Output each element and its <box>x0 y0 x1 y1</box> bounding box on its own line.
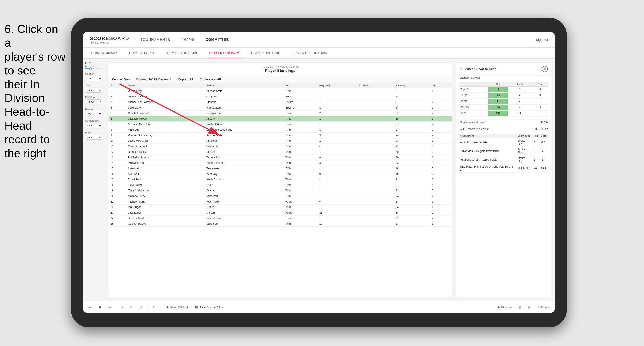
table-row[interactable]: 15 Jake Hall Tennessee Fifth 1 18 0 <box>109 166 452 171</box>
nav-teams[interactable]: TEAMS <box>181 38 194 42</box>
table-row[interactable]: 22 Ian Gilligan Florida Third 10 24 1 <box>109 204 452 210</box>
table-row[interactable]: 14 Maxwell Ford North Carolina Third 3 2… <box>109 160 452 166</box>
h2h-cell-tie: 5 <box>532 93 549 99</box>
division-filter-select[interactable]: NCAA Division I <box>85 100 102 104</box>
table-row[interactable]: 18 Luke Powell UCLA First 1 24 1 <box>109 182 452 188</box>
tour-col-pos: Pos <box>532 134 540 138</box>
cell-rank: 15 <box>109 166 126 171</box>
toolbar-sep-3 <box>161 305 161 310</box>
tour-cell-pos: 4 <box>532 138 540 147</box>
region-filter-group: Region N/a <box>85 108 103 116</box>
cell-year: Third <box>284 188 318 193</box>
conference-filter-select[interactable]: (All) <box>85 123 102 128</box>
table-row[interactable]: 16 Alex Goff Kentucky Fifth 8 19 0 <box>109 171 452 177</box>
table-row[interactable]: 2 Michael La Sasso Ole Miss Second 1 18 … <box>109 94 452 100</box>
table-row[interactable]: 19 Tiger Christensen Arizona Third 8 23 … <box>109 188 452 193</box>
cell-conf-rank <box>358 111 394 116</box>
col-school: School <box>205 83 284 88</box>
no-rds-slider[interactable] <box>85 68 103 69</box>
cell-win: 2 <box>430 193 452 199</box>
cell-school: Ole Miss <box>205 94 284 100</box>
cell-school: Texas A&M <box>205 155 284 160</box>
cell-player-name: Michael La Sasso <box>126 94 205 100</box>
cell-win: 0 <box>430 166 452 171</box>
cell-reg-rank: 6 <box>318 199 358 204</box>
table-row[interactable]: 12 Brendan Valles Auburn Third 1 20 2 <box>109 149 452 155</box>
table-row[interactable]: 10 Jacob Mou-Olesin Arkansas Fifth 1 23 … <box>109 138 452 144</box>
cell-reg-rank: 1 <box>318 100 358 105</box>
refresh-button[interactable]: ↻ <box>152 305 158 310</box>
table-row[interactable]: 8 Mats Ege East Tennessee State Fifth 1 … <box>109 127 452 133</box>
copy-button[interactable]: ⧉ <box>129 305 134 310</box>
tab-player-summary[interactable]: PLAYER SUMMARY <box>208 48 241 58</box>
table-row[interactable]: 13 Phichaksn Maichon Texas A&M Third 6 3… <box>109 155 452 160</box>
h2h-cell-label: >100 <box>459 111 488 117</box>
watch-button[interactable]: 👁 Watch ▾ <box>496 305 514 310</box>
cell-school: Vanderbilt <box>205 221 284 227</box>
table-row[interactable]: 23 Jack Lundin Missouri Fourth 11 24 0 <box>109 210 452 215</box>
share-button[interactable]: ↗ Share <box>536 305 550 310</box>
table-row[interactable]: 5 Christo Lamprecht Georgia Tech Fourth … <box>109 111 452 116</box>
cell-no-rds: 27 <box>394 122 430 127</box>
col-conf-rank: Conf Rk. <box>358 83 394 88</box>
h2h-table-row: 51-100 46 6 3 <box>459 105 549 111</box>
cell-player-name: Wenyi Ding <box>126 88 205 94</box>
cell-win: 2 <box>430 122 452 127</box>
cell-conf-rank <box>358 221 394 227</box>
table-row[interactable]: 1 Wenyi Ding Arizona State First 1 8 1 <box>109 88 452 94</box>
redo-button[interactable]: ↪ <box>106 305 112 310</box>
cell-win: 0 <box>430 94 452 100</box>
nav-committee[interactable]: COMMITTEE <box>206 38 229 42</box>
tour-cell-score: -17 <box>540 156 549 164</box>
table-row[interactable]: 21 Taehoon Song Washington Fourth 6 23 1 <box>109 199 452 204</box>
cell-player-name: Mats Ege <box>126 127 205 133</box>
table-row[interactable]: 17 David Ford North Carolina Third 4 21 … <box>109 177 452 182</box>
gender-filter-select[interactable]: Men <box>85 76 102 81</box>
table-row[interactable]: 6 Jackson Koivun Auburn First 1 19 1 <box>109 116 452 122</box>
cell-win: 1 <box>430 155 452 160</box>
cell-rank: 5 <box>109 111 126 116</box>
tab-player-h2h-heatmap[interactable]: PLAYER H2H HEATMAP <box>290 48 329 58</box>
grid-button[interactable]: ⊟ <box>526 305 532 310</box>
cell-player-name: Luke Powell <box>126 182 205 188</box>
table-row[interactable]: 7 Nicholas Gabrelcik North Florida Fourt… <box>109 122 452 127</box>
cut-button[interactable]: ✂ <box>119 305 125 310</box>
gender-filter-group: Gender Men <box>85 72 103 81</box>
col-reg-rank: Reg Rank <box>318 83 358 88</box>
table-row[interactable]: 9 Preston Summerhays Arizona State Third… <box>109 133 452 138</box>
table-row[interactable]: 4 Luke Claton Florida State Second 1 27 … <box>109 105 452 111</box>
h2h-cell-loss: 6 <box>508 105 531 111</box>
tab-team-h2h-grid[interactable]: TEAM H2H GRID <box>127 48 155 58</box>
tab-team-summary[interactable]: TEAM SUMMARY <box>90 48 118 58</box>
player-filter-select[interactable]: (All) <box>85 135 102 140</box>
instruction-text: 6. Click on a player's row to see their … <box>0 22 66 160</box>
h2h-cell-tie: 3 <box>532 105 549 111</box>
undo-button[interactable]: ↩ <box>88 305 94 310</box>
h2h-wlt-label: W-L-T record in-division: <box>460 128 488 131</box>
view-original-button[interactable]: 👁 View: Original <box>164 305 190 310</box>
sign-out-button[interactable]: Sign out <box>536 38 548 41</box>
cell-rank: 11 <box>109 144 126 149</box>
table-row[interactable]: 24 Bastien Amat New Mexico Fourth 1 27 2 <box>109 215 452 221</box>
layout-button[interactable]: ⊞ <box>517 305 523 310</box>
cell-no-rds: 18 <box>394 94 430 100</box>
year-filter-select[interactable]: (All) <box>85 88 102 93</box>
cell-rank: 13 <box>109 155 126 160</box>
cell-rank: 4 <box>109 105 126 111</box>
gender-filter-display: Gender: Men <box>112 78 130 81</box>
table-row[interactable]: 20 Matthew Riedel Vanderbilt Fifth 1 24 … <box>109 193 452 199</box>
paste-button[interactable]: 📋 <box>138 305 144 310</box>
table-row[interactable]: 11 Gordon Sargent Vanderbilt Third 4 21 … <box>109 144 452 149</box>
table-row[interactable]: 25 Cole Sherwood Vanderbilt Third 12 23 … <box>109 221 452 227</box>
pause-button[interactable]: ⏸ <box>97 305 103 310</box>
region-filter-select[interactable]: N/a <box>85 111 102 116</box>
year-filter-label: Year <box>85 84 103 87</box>
tab-player-h2h-grid[interactable]: PLAYER H2H GRID <box>250 48 282 58</box>
h2h-close-button[interactable]: ✕ <box>542 66 548 72</box>
table-row[interactable]: 3 Michael Thorbjornsen Stanford Fourth 1… <box>109 100 452 105</box>
tab-team-h2h-heatmap[interactable]: TEAM H2H HEATMAP <box>164 48 199 58</box>
save-custom-button[interactable]: 💾 Save Custom View <box>193 305 226 310</box>
tour-cell-pos: 2 <box>532 156 540 164</box>
nav-tournaments[interactable]: TOURNAMENTS <box>140 38 170 42</box>
logo-subtitle: Powered by clippi <box>90 41 129 44</box>
